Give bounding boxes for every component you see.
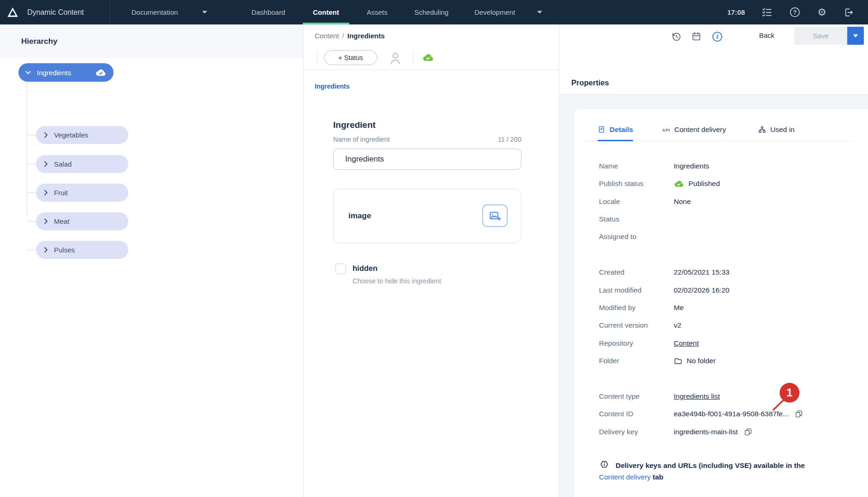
app-root: Dynamic Content Documentation Dashboard … xyxy=(0,0,868,497)
tab-details[interactable]: Details xyxy=(598,125,633,141)
toolbar-divider xyxy=(413,50,413,65)
chevron-right-icon xyxy=(44,190,48,196)
property-row-last-modified: Last modified 02/02/2026 16:20 xyxy=(599,285,861,295)
hierarchy-panel: Hierarchy Ingredients Vegetables xyxy=(0,24,304,497)
help-icon[interactable]: ? xyxy=(789,6,801,18)
property-row-name: Name Ingredients xyxy=(599,161,861,171)
nav-item-content[interactable]: Content xyxy=(311,0,341,24)
back-button[interactable]: Back xyxy=(759,31,774,39)
svg-text:?: ? xyxy=(793,9,797,16)
add-image-button[interactable] xyxy=(482,204,508,227)
clock-text: 17:08 xyxy=(727,8,745,16)
chevron-right-icon xyxy=(44,218,48,224)
folder-icon xyxy=(674,357,682,365)
save-button[interactable]: Save xyxy=(794,27,847,45)
content-type-link[interactable]: Ingredients list xyxy=(674,392,720,401)
hidden-field-label: hidden xyxy=(353,264,377,273)
nav-divider xyxy=(110,0,110,24)
tab-content-delivery[interactable]: API Content delivery xyxy=(662,126,726,141)
hidden-field-hint: Choose to hide this ingredient xyxy=(353,277,441,285)
property-row-delivery-key: Delivery key ingredients-main-list xyxy=(599,427,861,437)
property-row-content-type: Content type Ingredients list xyxy=(599,391,861,401)
tree-connector xyxy=(27,192,36,193)
property-row-locale: Locale None xyxy=(599,197,861,207)
nav-item-documentation[interactable]: Documentation xyxy=(130,0,209,24)
published-cloud-icon xyxy=(674,179,684,189)
properties-panel: Properties Details API Content delivery xyxy=(559,24,868,497)
copy-icon[interactable] xyxy=(795,410,803,418)
logout-icon[interactable] xyxy=(843,7,854,18)
nav-item-scheduling[interactable]: Scheduling xyxy=(413,0,450,24)
repository-link[interactable]: Content xyxy=(674,339,699,347)
published-cloud-icon xyxy=(95,67,107,78)
note-suffix: tab xyxy=(652,473,663,481)
tree-connector xyxy=(27,250,36,250)
nav-item-label: Content xyxy=(313,8,339,16)
nav-item-label: Assets xyxy=(367,8,388,16)
chevron-down-icon xyxy=(853,34,858,38)
tree-node-label: Ingredients xyxy=(37,69,71,77)
hidden-checkbox[interactable] xyxy=(335,263,346,274)
top-nav: Dynamic Content Documentation Dashboard … xyxy=(0,0,868,24)
tree-connector xyxy=(27,221,36,222)
hierarchy-tree: Ingredients Vegetables Salad Fruit Meat xyxy=(0,58,303,497)
tree-connector xyxy=(27,135,36,135)
tab-label: Details xyxy=(610,126,633,134)
tree-node-ingredients[interactable]: Ingredients xyxy=(18,63,114,82)
tree-connector xyxy=(27,164,36,164)
chevron-down-icon xyxy=(202,11,207,14)
info-icon[interactable]: i xyxy=(711,30,723,42)
content-item-link[interactable]: Ingredients xyxy=(315,83,349,90)
calendar-icon[interactable] xyxy=(690,30,702,42)
property-row-status: Status xyxy=(599,214,861,224)
image-add-icon xyxy=(489,210,501,222)
gear-icon[interactable]: ⚙ xyxy=(817,7,826,18)
tree-node-vegetables[interactable]: Vegetables xyxy=(36,126,128,144)
property-row-current-version: Current version v2 xyxy=(599,320,861,330)
name-input[interactable] xyxy=(333,149,521,170)
tree-node-pulses[interactable]: Pulses xyxy=(36,241,128,259)
add-status-button[interactable]: + Status xyxy=(324,50,377,65)
document-icon xyxy=(598,125,605,134)
tree-node-label: Pulses xyxy=(54,246,75,254)
property-row-repository: Repository Content xyxy=(599,338,861,348)
char-counter: 11 / 200 xyxy=(333,136,521,143)
hierarchy-title: Hierarchy xyxy=(21,37,57,46)
api-icon: API xyxy=(662,127,670,132)
chevron-right-icon xyxy=(44,132,48,138)
tasks-icon[interactable] xyxy=(761,7,772,18)
toolbar-divider xyxy=(317,50,317,65)
tree-node-salad[interactable]: Salad xyxy=(36,155,128,173)
tree-node-fruit[interactable]: Fruit xyxy=(36,184,128,202)
copy-icon[interactable] xyxy=(744,428,752,436)
tree-node-meat[interactable]: Meat xyxy=(36,212,128,230)
property-row-created: Created 22/05/2021 15:33 xyxy=(599,267,861,277)
form-title: Ingredient xyxy=(333,120,376,130)
tree-connector xyxy=(27,82,27,216)
image-field-card: image xyxy=(333,189,521,243)
hierarchy-header: Hierarchy xyxy=(0,24,303,58)
save-dropdown-button[interactable] xyxy=(847,27,864,45)
nav-item-assets[interactable]: Assets xyxy=(365,0,389,24)
chevron-down-icon xyxy=(537,11,542,14)
nav-item-label: Dashboard xyxy=(251,8,285,16)
image-field-label: image xyxy=(348,211,371,221)
content-column: Content/Ingredients + Status Ingredients… xyxy=(304,24,559,497)
assignee-avatar-icon[interactable] xyxy=(389,51,402,65)
nav-item-label: Scheduling xyxy=(414,8,449,16)
nav-item-development[interactable]: Development xyxy=(473,0,544,24)
content-delivery-link[interactable]: Content delivery xyxy=(599,473,651,481)
property-row-assigned-to: Assigned to xyxy=(599,232,861,242)
property-row-modified-by: Modified by Me xyxy=(599,303,861,313)
breadcrumb-parent[interactable]: Content xyxy=(315,32,339,40)
properties-tabs: Details API Content delivery Used in xyxy=(582,109,853,141)
amplience-logo-icon[interactable] xyxy=(6,6,19,18)
properties-card: Details API Content delivery Used in xyxy=(575,109,868,497)
published-cloud-icon xyxy=(422,52,434,64)
nav-item-label: Development xyxy=(474,8,515,16)
history-icon[interactable] xyxy=(670,30,682,42)
tree-node-label: Fruit xyxy=(54,189,68,197)
nav-item-dashboard[interactable]: Dashboard xyxy=(250,0,287,24)
tab-used-in[interactable]: Used in xyxy=(758,126,795,141)
property-row-folder: Folder No folder xyxy=(599,356,861,366)
